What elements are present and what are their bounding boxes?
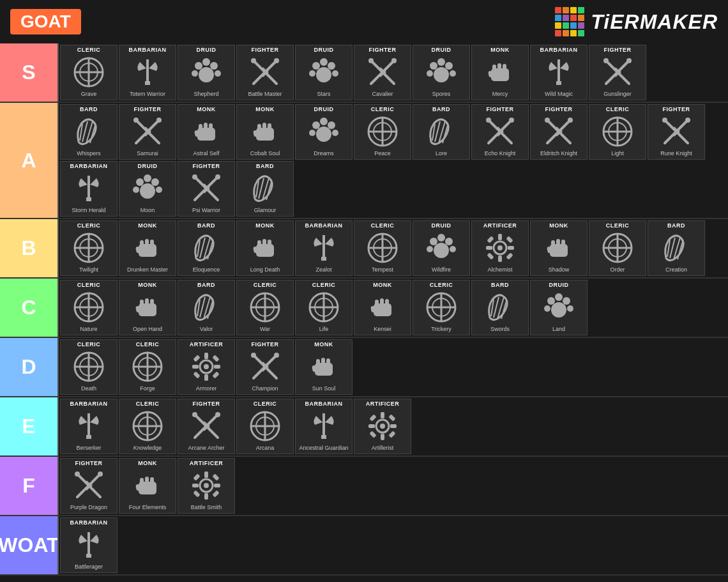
list-item[interactable]: CLERICTempest: [354, 220, 411, 276]
list-item[interactable]: MONKOpen Hand: [119, 280, 176, 335]
list-item[interactable]: BARBARIANStorm Herald: [60, 161, 118, 217]
card-class-label: FIGHTER: [604, 47, 632, 53]
list-item[interactable]: CLERICOrder: [589, 220, 646, 276]
list-item[interactable]: BARDWhispers: [60, 104, 118, 160]
list-item[interactable]: BARBARIANWild Magic: [530, 45, 588, 100]
list-item[interactable]: ARTIFICERBattle Smith: [178, 458, 235, 514]
list-item[interactable]: BARBARIANZealot: [295, 220, 353, 276]
list-item[interactable]: FIGHTEREcho Knight: [471, 104, 529, 160]
list-item[interactable]: CLERICNature: [60, 280, 118, 335]
list-item[interactable]: ARTIFICERAlchemist: [471, 220, 529, 276]
card-class-label: FIGHTER: [663, 106, 690, 112]
list-item[interactable]: DRUIDWildfire: [413, 220, 470, 276]
list-item[interactable]: FIGHTERChampion: [236, 339, 294, 395]
card-class-label: BARBARIAN: [70, 163, 108, 169]
list-item[interactable]: CLERICArcana: [236, 399, 294, 454]
list-item[interactable]: BARBARIANBattlerager: [60, 517, 118, 573]
card-class-label: MONK: [490, 47, 510, 53]
list-item[interactable]: FIGHTEREldritch Knight: [530, 104, 588, 160]
druid-icon: [188, 54, 224, 90]
card-subclass-name: Battlerager: [75, 563, 103, 570]
artificer-icon: [365, 408, 400, 444]
list-item[interactable]: CLERICKnowledge: [119, 399, 176, 454]
barbarian-icon: [541, 54, 577, 90]
list-item[interactable]: MONKKensei: [354, 280, 411, 335]
card-subclass-name: Glamour: [254, 207, 277, 213]
list-item[interactable]: CLERICPeace: [354, 104, 411, 160]
card-subclass-name: Grave: [81, 91, 97, 97]
goat-label: GOAT: [10, 9, 81, 34]
card-subclass-name: Eloquence: [193, 266, 220, 273]
card-class-label: MONK: [549, 222, 568, 229]
card-class-label: CLERIC: [136, 341, 160, 348]
list-item[interactable]: FIGHTERPurple Dragon: [60, 458, 118, 514]
list-item[interactable]: FIGHTERRune Knight: [648, 104, 705, 160]
list-item[interactable]: FIGHTERArcane Archer: [178, 399, 235, 454]
list-item[interactable]: CLERICLight: [589, 104, 646, 160]
monk-icon: [130, 468, 165, 503]
list-item[interactable]: BARDValor: [178, 280, 235, 335]
list-item[interactable]: CLERICWar: [236, 280, 294, 335]
card-subclass-name: Mercy: [492, 91, 508, 97]
tier-content-s: CLERICGraveBARBARIANTotem WarriorDRUIDSh…: [57, 43, 728, 102]
list-item[interactable]: DRUIDShepherd: [178, 45, 235, 100]
logo-pixel: [578, 7, 584, 13]
cleric-icon: [71, 349, 107, 385]
list-item[interactable]: DRUIDStars: [295, 45, 353, 100]
card-subclass-name: Alchemist: [487, 266, 512, 273]
list-item[interactable]: FIGHTERSamurai: [119, 104, 176, 160]
card-subclass-name: Psi Warrior: [192, 207, 220, 213]
list-item[interactable]: FIGHTERCavalier: [354, 45, 411, 100]
bard-icon: [482, 289, 518, 325]
list-item[interactable]: FIGHTERPsi Warrior: [178, 161, 235, 217]
list-item[interactable]: ARTIFICERArmorer: [178, 339, 235, 395]
card-class-label: FIGHTER: [252, 341, 279, 348]
card-subclass-name: Kensei: [374, 326, 391, 332]
list-item[interactable]: MONKLong Death: [236, 220, 294, 276]
list-item[interactable]: BARDSwords: [471, 280, 529, 335]
list-item[interactable]: MONKDrunken Master: [119, 220, 176, 276]
logo-pixel: [570, 15, 577, 21]
card-subclass-name: Drunken Master: [127, 266, 168, 273]
list-item[interactable]: MONKFour Elements: [119, 458, 176, 514]
list-item[interactable]: MONKShadow: [530, 220, 588, 276]
card-class-label: MONK: [255, 106, 275, 112]
list-item[interactable]: FIGHTERGunslinger: [589, 45, 646, 100]
list-item[interactable]: MONKSun Soul: [295, 339, 353, 395]
list-item[interactable]: DRUIDSpores: [413, 45, 470, 100]
list-item[interactable]: DRUIDMoon: [119, 161, 176, 217]
list-item[interactable]: DRUIDDreams: [295, 104, 353, 160]
cleric-icon: [600, 230, 635, 266]
list-item[interactable]: ARTIFICERArtillerist: [354, 399, 411, 454]
list-item[interactable]: BARDLore: [413, 104, 470, 160]
cleric-icon: [600, 114, 635, 149]
card-class-label: BARBARIAN: [305, 401, 343, 407]
card-subclass-name: Astral Self: [193, 150, 219, 157]
list-item[interactable]: BARDEloquence: [178, 220, 235, 276]
card-class-label: CLERIC: [430, 282, 453, 288]
logo-pixel: [563, 15, 569, 21]
list-item[interactable]: CLERICForge: [119, 339, 176, 395]
list-item[interactable]: CLERICDeath: [60, 339, 118, 395]
list-item[interactable]: MONKMercy: [471, 45, 529, 100]
tier-label-a: A: [0, 103, 57, 218]
barbarian-icon: [130, 54, 165, 90]
barbarian-icon: [71, 408, 107, 444]
cleric-icon: [130, 349, 165, 385]
list-item[interactable]: MONKCobalt Soul: [236, 104, 294, 160]
list-item[interactable]: CLERICTwilight: [60, 220, 118, 276]
list-item[interactable]: BARBARIANTotem Warrior: [119, 45, 176, 100]
list-item[interactable]: DRUIDLand: [530, 280, 588, 335]
list-item[interactable]: BARBARIANAncestral Guardian: [295, 399, 353, 454]
list-item[interactable]: BARDCreation: [648, 220, 705, 276]
list-item[interactable]: CLERICLife: [295, 280, 353, 335]
list-item[interactable]: MONKAstral Self: [178, 104, 235, 160]
card-subclass-name: Eldritch Knight: [540, 150, 577, 157]
fighter-icon: [482, 114, 518, 149]
list-item[interactable]: CLERICGrave: [60, 45, 118, 100]
list-item[interactable]: BARDGlamour: [236, 161, 294, 217]
list-item[interactable]: BARBARIANBerserker: [60, 399, 118, 454]
list-item[interactable]: CLERICTrickery: [413, 280, 470, 335]
card-subclass-name: Trickery: [431, 326, 451, 332]
list-item[interactable]: FIGHTERBattle Master: [236, 45, 294, 100]
